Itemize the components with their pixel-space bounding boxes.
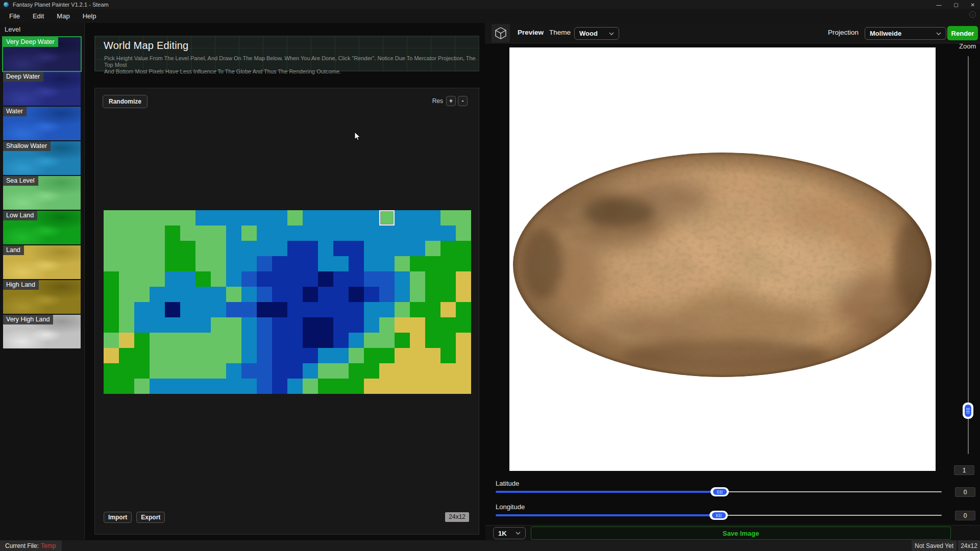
map-cell[interactable] xyxy=(395,302,410,317)
map-cell[interactable] xyxy=(165,287,180,302)
map-cell[interactable] xyxy=(364,241,379,256)
longitude-slider-track[interactable] xyxy=(496,514,719,516)
map-cell[interactable] xyxy=(119,287,134,302)
randomize-button[interactable]: Randomize xyxy=(103,95,148,108)
map-cell[interactable] xyxy=(241,287,257,302)
map-cell[interactable] xyxy=(134,317,150,333)
map-cell[interactable] xyxy=(349,210,364,226)
map-cell[interactable] xyxy=(211,363,226,379)
map-cell[interactable] xyxy=(395,317,410,333)
map-cell[interactable] xyxy=(287,379,303,394)
map-cell[interactable] xyxy=(150,210,165,226)
map-cell[interactable] xyxy=(211,210,226,226)
map-cell[interactable] xyxy=(364,287,379,302)
map-cell[interactable] xyxy=(410,302,425,317)
map-cell[interactable] xyxy=(211,287,226,302)
map-cell[interactable] xyxy=(272,226,287,241)
map-cell[interactable] xyxy=(272,271,287,287)
map-cell[interactable] xyxy=(180,287,195,302)
map-cell[interactable] xyxy=(440,226,456,241)
level-swatch-high-land[interactable]: High Land xyxy=(3,280,81,314)
map-cell[interactable] xyxy=(180,256,195,271)
map-cell[interactable] xyxy=(410,241,425,256)
map-cell[interactable] xyxy=(456,287,471,302)
level-swatch-deep-water[interactable]: Deep Water xyxy=(3,72,81,106)
level-swatch-shallow-water[interactable]: Shallow Water xyxy=(3,141,81,175)
map-cell[interactable] xyxy=(364,363,379,379)
map-cell[interactable] xyxy=(150,317,165,333)
longitude-slider-track-rest[interactable] xyxy=(719,515,942,516)
map-cell[interactable] xyxy=(134,333,150,348)
longitude-slider-handle[interactable] xyxy=(709,511,728,520)
map-cell[interactable] xyxy=(195,256,211,271)
map-cell[interactable] xyxy=(349,256,364,271)
map-cell[interactable] xyxy=(303,271,318,287)
map-cell[interactable] xyxy=(134,226,150,241)
map-cell[interactable] xyxy=(333,348,349,363)
map-cell[interactable] xyxy=(333,302,349,317)
render-preview-canvas[interactable] xyxy=(509,47,936,471)
map-cell[interactable] xyxy=(333,241,349,256)
map-cell[interactable] xyxy=(333,317,349,333)
map-cell[interactable] xyxy=(287,317,303,333)
map-cell[interactable] xyxy=(440,256,456,271)
map-cell[interactable] xyxy=(165,363,180,379)
map-cell[interactable] xyxy=(349,317,364,333)
map-cell[interactable] xyxy=(395,379,410,394)
map-cell[interactable] xyxy=(303,363,318,379)
map-cell[interactable] xyxy=(425,333,440,348)
map-cell[interactable] xyxy=(303,379,318,394)
map-cell[interactable] xyxy=(257,302,272,317)
map-cell[interactable] xyxy=(104,226,119,241)
map-cell[interactable] xyxy=(226,226,241,241)
map-cell[interactable] xyxy=(211,317,226,333)
map-cell[interactable] xyxy=(395,287,410,302)
map-cell[interactable] xyxy=(257,287,272,302)
map-cell[interactable] xyxy=(456,271,471,287)
menu-item-help[interactable]: Help xyxy=(83,12,96,20)
map-cell[interactable] xyxy=(440,317,456,333)
map-cell[interactable] xyxy=(440,287,456,302)
map-cell[interactable] xyxy=(241,241,257,256)
map-cell[interactable] xyxy=(104,287,119,302)
map-cell[interactable] xyxy=(165,271,180,287)
map-cell[interactable] xyxy=(364,256,379,271)
map-cell[interactable] xyxy=(287,210,303,226)
map-cell[interactable] xyxy=(211,348,226,363)
map-cell[interactable] xyxy=(119,317,134,333)
map-cell[interactable] xyxy=(150,379,165,394)
map-cell[interactable] xyxy=(104,210,119,226)
map-cell[interactable] xyxy=(195,302,211,317)
map-cell[interactable] xyxy=(318,271,333,287)
map-cell[interactable] xyxy=(287,271,303,287)
map-cell[interactable] xyxy=(211,226,226,241)
map-cell[interactable] xyxy=(272,287,287,302)
map-cell[interactable] xyxy=(272,379,287,394)
map-cell[interactable] xyxy=(241,210,257,226)
map-cell[interactable] xyxy=(226,379,241,394)
map-cell[interactable] xyxy=(165,348,180,363)
map-cell[interactable] xyxy=(303,333,318,348)
cube-icon[interactable] xyxy=(492,24,510,42)
map-cell[interactable] xyxy=(257,379,272,394)
level-swatch-very-high-land[interactable]: Very High Land xyxy=(3,315,81,348)
map-cell[interactable] xyxy=(211,333,226,348)
zoom-value[interactable]: 1 xyxy=(954,465,974,475)
maximize-button[interactable]: ▢ xyxy=(953,2,958,8)
map-cell[interactable] xyxy=(150,363,165,379)
map-cell[interactable] xyxy=(195,363,211,379)
projection-select[interactable]: Mollweide xyxy=(865,27,946,40)
latitude-value[interactable]: 0 xyxy=(955,487,975,497)
map-cell[interactable] xyxy=(180,302,195,317)
map-cell[interactable] xyxy=(195,241,211,256)
map-cell[interactable] xyxy=(241,333,257,348)
map-cell[interactable] xyxy=(395,241,410,256)
map-cell[interactable] xyxy=(134,348,150,363)
map-cell[interactable] xyxy=(303,256,318,271)
map-cell[interactable] xyxy=(349,226,364,241)
map-cell[interactable] xyxy=(195,348,211,363)
map-cell[interactable] xyxy=(456,302,471,317)
map-cell[interactable] xyxy=(425,317,440,333)
map-cell[interactable] xyxy=(425,256,440,271)
export-button[interactable]: Export xyxy=(136,512,165,523)
